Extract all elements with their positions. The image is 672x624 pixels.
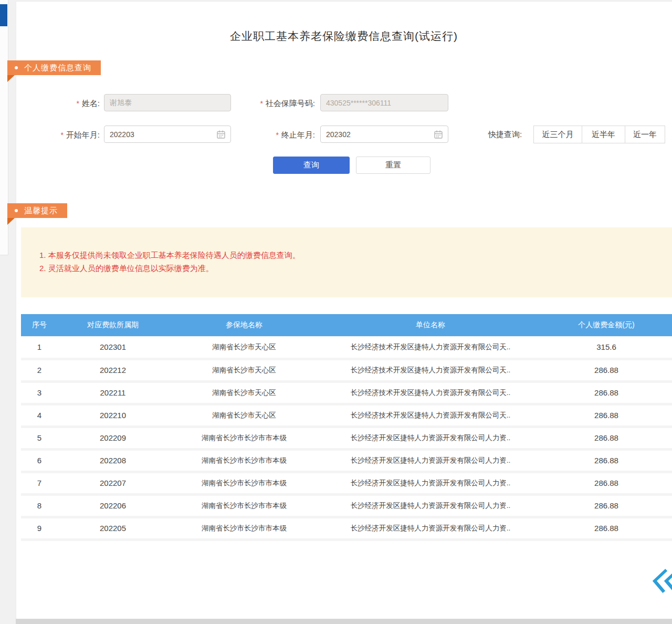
table-cell: 3 [21, 381, 58, 404]
table-cell: 286.88 [541, 404, 672, 427]
table-cell: 4 [21, 404, 58, 427]
table-cell: 1 [21, 336, 58, 359]
reset-button[interactable]: 重置 [356, 157, 430, 174]
header-period: 对应费款所属期 [58, 314, 168, 336]
payment-records-table: 序号 对应费款所属期 参保地名称 单位名称 个人缴费金额(元) 1202301湖… [21, 314, 672, 541]
ssn-field[interactable] [320, 94, 448, 111]
end-month-field[interactable] [320, 126, 448, 143]
ssn-label: *社会保障号码: [236, 99, 315, 109]
table-row: 4202210湖南省长沙市天心区长沙经济技术开发区捷特人力资源开发有限公司天..… [21, 404, 672, 427]
table-cell: 长沙经济技术开发区捷特人力资源开发有限公司天.. [320, 404, 541, 427]
ribbon-fold [7, 75, 15, 82]
quick-query-label: 快捷查询: [488, 130, 522, 140]
table-cell: 8 [21, 494, 58, 517]
name-field[interactable] [104, 94, 231, 111]
left-blue-tab [0, 4, 7, 26]
start-month-label: *开始年月: [42, 130, 100, 140]
table-cell: 湖南省长沙市长沙市市本级 [168, 494, 320, 517]
ribbon-fold [7, 218, 15, 225]
required-asterisk: * [276, 131, 278, 139]
notice-line: 1. 本服务仅提供尚未领取企业职工基本养老保险待遇人员的缴费信息查询。 [39, 248, 656, 262]
page-title: 企业职工基本养老保险缴费信息查询(试运行) [16, 29, 672, 44]
table-cell: 202301 [58, 336, 168, 359]
table-cell: 202206 [58, 494, 168, 517]
table-cell: 5 [21, 427, 58, 449]
end-month-label: *终止年月: [257, 130, 315, 140]
table-cell: 9 [21, 517, 58, 539]
table-cell: 湖南省长沙市长沙市市本级 [168, 472, 320, 494]
bottom-scrollbar-track[interactable] [16, 619, 672, 624]
table-row: 5202209湖南省长沙市长沙市市本级长沙经济开发区捷特人力资源开发有限公司人力… [21, 427, 672, 449]
double-chevron-left-icon[interactable] [648, 567, 672, 595]
calendar-icon[interactable] [434, 130, 443, 139]
table-cell: 286.88 [541, 449, 672, 472]
table-cell: 286.88 [541, 494, 672, 517]
required-asterisk: * [76, 99, 79, 108]
section-badge-tips: 温馨提示 [7, 203, 67, 218]
table-cell: 286.88 [541, 472, 672, 494]
table-cell: 长沙经济技术开发区捷特人力资源开发有限公司天.. [320, 359, 541, 381]
table-row: 8202206湖南省长沙市长沙市市本级长沙经济开发区捷特人力资源开发有限公司人力… [21, 494, 672, 517]
table-cell: 长沙经济开发区捷特人力资源开发有限公司人力资.. [320, 494, 541, 517]
table-cell: 202209 [58, 427, 168, 449]
table-header-row: 序号 对应费款所属期 参保地名称 单位名称 个人缴费金额(元) [21, 314, 672, 336]
required-asterisk: * [260, 99, 262, 108]
table-cell: 湖南省长沙市天心区 [168, 381, 320, 404]
table-cell: 湖南省长沙市长沙市市本级 [168, 517, 320, 539]
table-row: 6202208湖南省长沙市长沙市市本级长沙经济开发区捷特人力资源开发有限公司人力… [21, 449, 672, 472]
section-badge-label: 个人缴费信息查询 [24, 63, 91, 73]
table-cell: 湖南省长沙市长沙市市本级 [168, 449, 320, 472]
table-cell: 286.88 [541, 359, 672, 381]
table-cell: 202205 [58, 517, 168, 539]
table-cell: 湖南省长沙市天心区 [168, 359, 320, 381]
quick-query-last-year-button[interactable]: 近一年 [625, 126, 665, 143]
table-cell: 286.88 [541, 381, 672, 404]
bullet-dot-icon [15, 66, 18, 69]
table-cell: 长沙经济开发区捷特人力资源开发有限公司人力资.. [320, 472, 541, 494]
header-insured-place: 参保地名称 [168, 314, 320, 336]
header-employer: 单位名称 [320, 314, 541, 336]
quick-query-group: 近三个月 近半年 近一年 [533, 126, 665, 143]
notice-box: 1. 本服务仅提供尚未领取企业职工基本养老保险待遇人员的缴费信息查询。 2. 灵… [21, 227, 672, 297]
table-cell: 202208 [58, 449, 168, 472]
header-amount: 个人缴费金额(元) [541, 314, 672, 336]
table-body: 1202301湖南省长沙市天心区长沙经济技术开发区捷特人力资源开发有限公司天..… [21, 336, 672, 539]
table-row: 2202212湖南省长沙市天心区长沙经济技术开发区捷特人力资源开发有限公司天..… [21, 359, 672, 381]
table-cell: 202210 [58, 404, 168, 427]
table-cell: 202207 [58, 472, 168, 494]
name-label: *姓名: [52, 99, 100, 109]
table-row: 3202211湖南省长沙市天心区长沙经济技术开发区捷特人力资源开发有限公司天..… [21, 381, 672, 404]
table-row: 1202301湖南省长沙市天心区长沙经济技术开发区捷特人力资源开发有限公司天..… [21, 336, 672, 359]
table-cell: 202212 [58, 359, 168, 381]
table-cell: 286.88 [541, 517, 672, 539]
section-badge-label: 温馨提示 [24, 206, 58, 216]
table-cell: 长沙经济开发区捷特人力资源开发有限公司人力资.. [320, 449, 541, 472]
start-month-field[interactable] [104, 126, 231, 143]
header-seq: 序号 [21, 314, 58, 336]
notice-line: 2. 灵活就业人员的缴费单位信息以实际缴费为准。 [39, 262, 656, 275]
table-cell: 6 [21, 449, 58, 472]
required-asterisk: * [60, 131, 63, 139]
table-cell: 湖南省长沙市天心区 [168, 404, 320, 427]
quick-query-last-3-months-button[interactable]: 近三个月 [533, 126, 582, 143]
table-row: 9202205湖南省长沙市长沙市市本级长沙经济开发区捷特人力资源开发有限公司人力… [21, 517, 672, 539]
section-badge-personal-query: 个人缴费信息查询 [7, 60, 101, 75]
table-cell: 湖南省长沙市天心区 [168, 336, 320, 359]
table-cell: 2 [21, 359, 58, 381]
query-button[interactable]: 查询 [273, 157, 350, 174]
calendar-icon[interactable] [216, 130, 226, 139]
table-cell: 315.6 [541, 336, 672, 359]
table-cell: 长沙经济技术开发区捷特人力资源开发有限公司天.. [320, 381, 541, 404]
table-cell: 202211 [58, 381, 168, 404]
table-cell: 7 [21, 472, 58, 494]
quick-query-last-half-year-button[interactable]: 近半年 [582, 126, 625, 143]
table-cell: 286.88 [541, 427, 672, 449]
table-cell: 湖南省长沙市长沙市市本级 [168, 427, 320, 449]
table-cell: 长沙经济开发区捷特人力资源开发有限公司人力资.. [320, 427, 541, 449]
table-row: 7202207湖南省长沙市长沙市市本级长沙经济开发区捷特人力资源开发有限公司人力… [21, 472, 672, 494]
table-cell: 长沙经济技术开发区捷特人力资源开发有限公司天.. [320, 336, 541, 359]
table-cell: 长沙经济开发区捷特人力资源开发有限公司人力资.. [320, 517, 541, 539]
bullet-dot-icon [15, 209, 18, 212]
